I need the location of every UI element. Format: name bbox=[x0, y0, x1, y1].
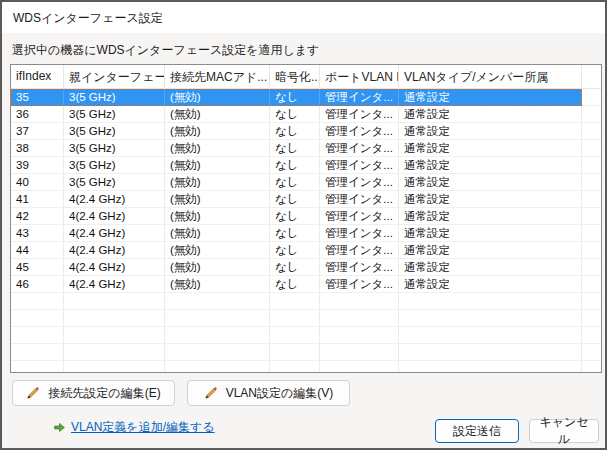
cell-empty bbox=[270, 293, 320, 310]
dialog-title: WDSインターフェース設定 bbox=[13, 10, 163, 27]
cell-empty bbox=[399, 344, 582, 361]
cell-vlan_type: 通常設定 bbox=[399, 191, 582, 208]
header-ifindex[interactable]: ifIndex bbox=[11, 65, 64, 88]
cell-empty bbox=[165, 344, 270, 361]
table-row[interactable]: 403(5 GHz)(無効)なし管理インタ...通常設定 bbox=[11, 174, 601, 191]
cell-dest_mac: (無効) bbox=[165, 191, 270, 208]
header-dest-mac[interactable]: 接続先MACアド... bbox=[165, 65, 270, 88]
cell-empty bbox=[582, 344, 601, 361]
pencil-icon bbox=[204, 386, 218, 400]
cancel-button[interactable]: キャンセル bbox=[529, 419, 599, 443]
cell-vlan_type: 通常設定 bbox=[399, 89, 582, 106]
dialog-subtitle: 選択中の機器にWDSインターフェース設定を適用します bbox=[12, 42, 319, 59]
cell-empty bbox=[399, 310, 582, 327]
pencil-icon bbox=[26, 386, 40, 400]
table-header-row: ifIndex 親インターフェー... 接続先MACアド... 暗号化... ポ… bbox=[11, 65, 601, 89]
table-row[interactable]: 454(2.4 GHz)(無効)なし管理インタ...通常設定 bbox=[11, 259, 601, 276]
cell-empty bbox=[11, 310, 64, 327]
cell-encryption: なし bbox=[270, 140, 320, 157]
cell-ifindex: 41 bbox=[11, 191, 64, 208]
cell-empty bbox=[320, 310, 399, 327]
cell-encryption: なし bbox=[270, 191, 320, 208]
table-row[interactable]: 424(2.4 GHz)(無効)なし管理インタ...通常設定 bbox=[11, 208, 601, 225]
cell-dest_mac: (無効) bbox=[165, 225, 270, 242]
cell-port_vlan_id: 管理インタ... bbox=[320, 225, 399, 242]
cell-filler bbox=[582, 242, 601, 259]
cell-parent_if: 3(5 GHz) bbox=[64, 140, 165, 157]
cell-port_vlan_id: 管理インタ... bbox=[320, 276, 399, 293]
cell-vlan_type: 通常設定 bbox=[399, 106, 582, 123]
table-row[interactable]: 373(5 GHz)(無効)なし管理インタ...通常設定 bbox=[11, 123, 601, 140]
edit-vlan-button[interactable]: VLAN設定の編集(V) bbox=[187, 380, 350, 406]
cell-encryption: なし bbox=[270, 89, 320, 106]
cell-port_vlan_id: 管理インタ... bbox=[320, 191, 399, 208]
cell-parent_if: 3(5 GHz) bbox=[64, 106, 165, 123]
cell-dest_mac: (無効) bbox=[165, 157, 270, 174]
cell-vlan_type: 通常設定 bbox=[399, 225, 582, 242]
cell-empty bbox=[11, 293, 64, 310]
cell-ifindex: 38 bbox=[11, 140, 64, 157]
vlan-definition-link-row: VLAN定義を追加/編集する bbox=[53, 419, 215, 436]
cell-empty bbox=[64, 327, 165, 344]
cell-empty bbox=[11, 327, 64, 344]
cell-filler bbox=[582, 174, 601, 191]
cell-vlan_type: 通常設定 bbox=[399, 174, 582, 191]
cell-ifindex: 39 bbox=[11, 157, 64, 174]
add-edit-vlan-definition-link[interactable]: VLAN定義を追加/編集する bbox=[71, 419, 215, 436]
cell-ifindex: 46 bbox=[11, 276, 64, 293]
cell-empty bbox=[399, 327, 582, 344]
cell-encryption: なし bbox=[270, 123, 320, 140]
table-row[interactable]: 444(2.4 GHz)(無効)なし管理インタ...通常設定 bbox=[11, 242, 601, 259]
cell-vlan_type: 通常設定 bbox=[399, 259, 582, 276]
cell-empty bbox=[165, 327, 270, 344]
cell-port_vlan_id: 管理インタ... bbox=[320, 157, 399, 174]
cell-ifindex: 45 bbox=[11, 259, 64, 276]
edit-connection-button[interactable]: 接続先設定の編集(E) bbox=[12, 380, 175, 406]
table-row-empty bbox=[11, 361, 601, 373]
cell-filler bbox=[582, 140, 601, 157]
submit-settings-button[interactable]: 設定送信 bbox=[435, 419, 519, 443]
cell-empty bbox=[165, 310, 270, 327]
cell-empty bbox=[270, 361, 320, 373]
cell-vlan_type: 通常設定 bbox=[399, 123, 582, 140]
cell-parent_if: 3(5 GHz) bbox=[64, 123, 165, 140]
table-row[interactable]: 414(2.4 GHz)(無効)なし管理インタ...通常設定 bbox=[11, 191, 601, 208]
cell-empty bbox=[64, 361, 165, 373]
wds-interface-table[interactable]: ifIndex 親インターフェー... 接続先MACアド... 暗号化... ポ… bbox=[10, 64, 602, 373]
cell-dest_mac: (無効) bbox=[165, 259, 270, 276]
table-row[interactable]: 383(5 GHz)(無効)なし管理インタ...通常設定 bbox=[11, 140, 601, 157]
table-row-empty bbox=[11, 293, 601, 310]
table-row[interactable]: 353(5 GHz)(無効)なし管理インタ...通常設定 bbox=[11, 89, 601, 106]
header-vlan-type[interactable]: VLANタイプ/メンバー所属 bbox=[399, 65, 582, 88]
cell-vlan_type: 通常設定 bbox=[399, 276, 582, 293]
cell-parent_if: 4(2.4 GHz) bbox=[64, 208, 165, 225]
cell-encryption: なし bbox=[270, 225, 320, 242]
cell-empty bbox=[320, 293, 399, 310]
table-row[interactable]: 363(5 GHz)(無効)なし管理インタ...通常設定 bbox=[11, 106, 601, 123]
table-row-empty bbox=[11, 327, 601, 344]
cell-ifindex: 37 bbox=[11, 123, 64, 140]
table-row-empty bbox=[11, 344, 601, 361]
cell-filler bbox=[582, 157, 601, 174]
cell-ifindex: 35 bbox=[11, 89, 64, 106]
cell-encryption: なし bbox=[270, 208, 320, 225]
cell-port_vlan_id: 管理インタ... bbox=[320, 123, 399, 140]
cell-port_vlan_id: 管理インタ... bbox=[320, 242, 399, 259]
cell-port_vlan_id: 管理インタ... bbox=[320, 259, 399, 276]
cell-dest_mac: (無効) bbox=[165, 208, 270, 225]
cell-empty bbox=[582, 361, 601, 373]
header-port-vlan-id[interactable]: ポートVLAN ID bbox=[320, 65, 399, 88]
cell-dest_mac: (無効) bbox=[165, 106, 270, 123]
table-row[interactable]: 434(2.4 GHz)(無効)なし管理インタ...通常設定 bbox=[11, 225, 601, 242]
cell-filler bbox=[582, 89, 601, 106]
cell-empty bbox=[320, 327, 399, 344]
cell-parent_if: 3(5 GHz) bbox=[64, 89, 165, 106]
cell-vlan_type: 通常設定 bbox=[399, 208, 582, 225]
header-encryption[interactable]: 暗号化... bbox=[270, 65, 320, 88]
header-parent-if[interactable]: 親インターフェー... bbox=[64, 65, 165, 88]
cell-parent_if: 3(5 GHz) bbox=[64, 174, 165, 191]
cell-empty bbox=[64, 293, 165, 310]
cell-dest_mac: (無効) bbox=[165, 276, 270, 293]
table-row[interactable]: 464(2.4 GHz)(無効)なし管理インタ...通常設定 bbox=[11, 276, 601, 293]
table-row[interactable]: 393(5 GHz)(無効)なし管理インタ...通常設定 bbox=[11, 157, 601, 174]
